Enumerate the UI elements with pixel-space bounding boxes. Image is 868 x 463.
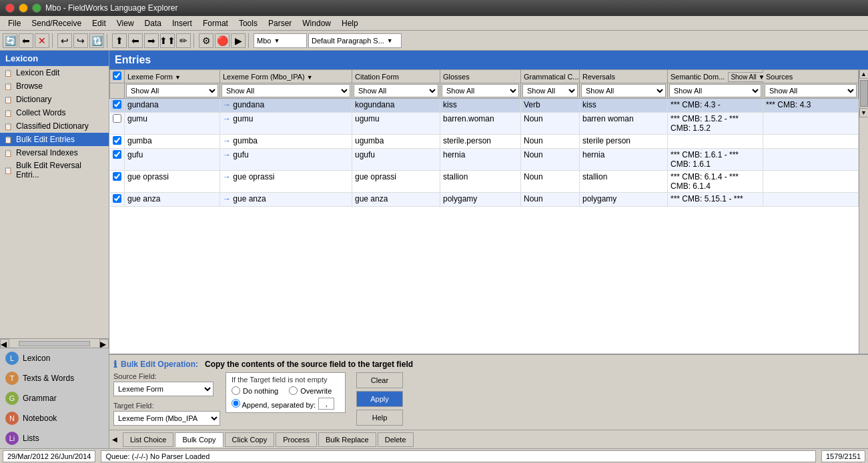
col-header-sources[interactable]: Sources <box>763 70 859 83</box>
row-checkbox[interactable] <box>113 150 121 159</box>
row-checkbox-cell[interactable] <box>110 99 125 113</box>
show-all-btn[interactable]: Show All ▼ <box>728 72 767 82</box>
col-header-lexeme-ipa[interactable]: Lexeme Form (Mbo_IPA) ▼ <box>220 70 352 83</box>
sidebar-item-classified-dictionary[interactable]: 📋 Classified Dictionary <box>0 119 109 133</box>
toolbar-back-btn[interactable]: 🔄 <box>3 33 17 48</box>
menu-help[interactable]: Help <box>336 17 364 29</box>
toolbar-area-dropdown[interactable]: Mbo ▼ <box>254 33 307 48</box>
vscroll-up[interactable]: ▲ <box>859 69 869 79</box>
filter-lexeme-ipa-select[interactable]: Show All <box>222 84 350 97</box>
row-checkbox-cell[interactable] <box>110 113 125 135</box>
radio-append-label[interactable]: Append, separated by: <box>232 399 316 409</box>
sidebar-item-dictionary[interactable]: 📋 Dictionary <box>0 93 109 106</box>
clear-button[interactable]: Clear <box>356 372 403 388</box>
filter-glosses[interactable]: Show All <box>440 83 521 99</box>
apply-button[interactable]: Apply <box>356 391 403 407</box>
sidebar-hscroll[interactable]: ◀ ▶ <box>0 338 109 348</box>
close-button[interactable] <box>5 3 15 13</box>
vscroll-thumb[interactable] <box>860 80 868 107</box>
col-header-cb[interactable] <box>110 70 125 83</box>
toolbar-refresh-btn[interactable]: 🔃 <box>89 33 104 48</box>
sidebar-item-bulk-edit-reversal[interactable]: 📋 Bulk Edit Reversal Entri... <box>0 159 109 181</box>
filter-semantic-select[interactable]: Show All <box>669 84 761 97</box>
radio-do-nothing[interactable] <box>232 386 240 395</box>
sidebar-item-browse[interactable]: 📋 Browse <box>0 79 109 93</box>
nav-notebook[interactable]: N Notebook <box>0 408 109 428</box>
sidebar-item-lexicon-edit[interactable]: 📋 Lexicon Edit <box>0 66 109 79</box>
minimize-button[interactable] <box>19 3 28 13</box>
filter-citation[interactable]: Show All <box>352 83 440 99</box>
filter-sources[interactable]: Show All <box>763 83 859 99</box>
col-header-citation[interactable]: Citation Form <box>352 70 440 83</box>
toolbar-style-dropdown[interactable]: Default Paragraph S... ▼ <box>308 33 402 48</box>
row-checkbox[interactable] <box>113 114 121 123</box>
menu-parser[interactable]: Parser <box>263 17 297 29</box>
menu-tools[interactable]: Tools <box>234 17 263 29</box>
tab-delete[interactable]: Delete <box>378 432 414 447</box>
row-checkbox[interactable] <box>113 194 121 203</box>
col-header-semantic[interactable]: Semantic Dom... Show All ▼ <box>668 70 763 83</box>
sidebar-item-collect-words[interactable]: 📋 Collect Words <box>0 106 109 119</box>
filter-lexeme[interactable]: Show All <box>125 83 220 99</box>
table-row[interactable]: gufu → gufu ugufu hernia Noun hernia ***… <box>110 149 859 171</box>
filter-gram-select[interactable]: Show All <box>522 84 578 97</box>
tab-list-choice[interactable]: List Choice <box>123 432 173 447</box>
tab-bulk-replace[interactable]: Bulk Replace <box>318 432 376 447</box>
toolbar-undo-btn[interactable]: ↩ <box>57 33 72 48</box>
toolbar-nav4[interactable]: ⬆⬆ <box>160 33 175 48</box>
toolbar-nav2[interactable]: ⬅ <box>128 33 143 48</box>
menu-data[interactable]: Data <box>139 17 167 29</box>
menu-format[interactable]: Format <box>197 17 234 29</box>
table-row[interactable]: gundana → gundana kogundana kiss Verb ki… <box>110 99 859 113</box>
menu-insert[interactable]: Insert <box>167 17 197 29</box>
help-button[interactable]: Help <box>356 410 403 426</box>
radio-append[interactable] <box>232 399 240 408</box>
vscroll-down[interactable]: ▼ <box>859 108 869 117</box>
filter-reversals-select[interactable]: Show All <box>581 84 666 97</box>
target-field-select[interactable]: Lexeme Form (Mbo_IPA <box>113 411 220 426</box>
table-vscroll[interactable]: ▲ ▼ <box>859 69 868 354</box>
hscroll-left[interactable]: ◀ <box>0 339 9 348</box>
filter-reversals[interactable]: Show All <box>580 83 668 99</box>
col-header-glosses[interactable]: Glosses <box>440 70 521 83</box>
radio-overwrite[interactable] <box>289 386 298 395</box>
append-separator-input[interactable] <box>318 398 334 410</box>
toolbar-nav3[interactable]: ➡ <box>144 33 159 48</box>
row-checkbox-cell[interactable] <box>110 171 125 193</box>
table-row[interactable]: gue oprassi → gue oprassi gue oprassi st… <box>110 171 859 193</box>
menu-edit[interactable]: Edit <box>87 17 111 29</box>
sidebar-item-reversal-indexes[interactable]: 📋 Reversal Indexes <box>0 146 109 159</box>
select-all-checkbox[interactable] <box>113 71 121 80</box>
toolbar-fwd-btn[interactable]: ⬅ <box>19 33 33 48</box>
radio-overwrite-label[interactable]: Overwrite <box>289 386 332 395</box>
table-row[interactable]: gumu → gumu ugumu barren.woman Noun barr… <box>110 113 859 135</box>
filter-semantic[interactable]: Show All <box>668 83 763 99</box>
toolbar-extra1[interactable]: ⚙ <box>199 33 213 48</box>
tab-scroll-left[interactable]: ◀ <box>112 436 121 443</box>
menu-file[interactable]: File <box>3 17 26 29</box>
menu-view[interactable]: View <box>111 17 139 29</box>
toolbar-stop-btn[interactable]: ✕ <box>35 33 49 48</box>
table-row[interactable]: gue anza → gue anza gue anza polygamy No… <box>110 193 859 207</box>
table-row[interactable]: gumba → gumba ugumba sterile.person Noun… <box>110 135 859 149</box>
col-header-gram[interactable]: Grammatical C... <box>521 70 580 83</box>
radio-do-nothing-label[interactable]: Do nothing <box>232 386 278 395</box>
row-checkbox-cell[interactable] <box>110 135 125 149</box>
row-checkbox-cell[interactable] <box>110 149 125 171</box>
toolbar-extra3[interactable]: ▶ <box>231 33 246 48</box>
tab-click-copy[interactable]: Click Copy <box>225 432 275 447</box>
toolbar-extra2[interactable]: 🔴 <box>215 33 230 48</box>
maximize-button[interactable] <box>32 3 41 13</box>
col-header-reversals[interactable]: Reversals <box>580 70 668 83</box>
row-checkbox-cell[interactable] <box>110 193 125 207</box>
nav-lexicon[interactable]: L Lexicon <box>0 348 109 368</box>
nav-grammar[interactable]: G Grammar <box>0 388 109 408</box>
nav-texts-words[interactable]: T Texts & Words <box>0 368 109 388</box>
tab-bulk-copy[interactable]: Bulk Copy <box>175 432 223 447</box>
row-checkbox[interactable] <box>113 100 121 109</box>
menu-send-receive[interactable]: Send/Receive <box>26 17 87 29</box>
col-header-lexeme[interactable]: Lexeme Form ▼ <box>125 70 220 83</box>
filter-lexeme-ipa[interactable]: Show All <box>220 83 352 99</box>
filter-lexeme-select[interactable]: Show All <box>126 84 218 97</box>
filter-sources-select[interactable]: Show All <box>765 84 857 97</box>
